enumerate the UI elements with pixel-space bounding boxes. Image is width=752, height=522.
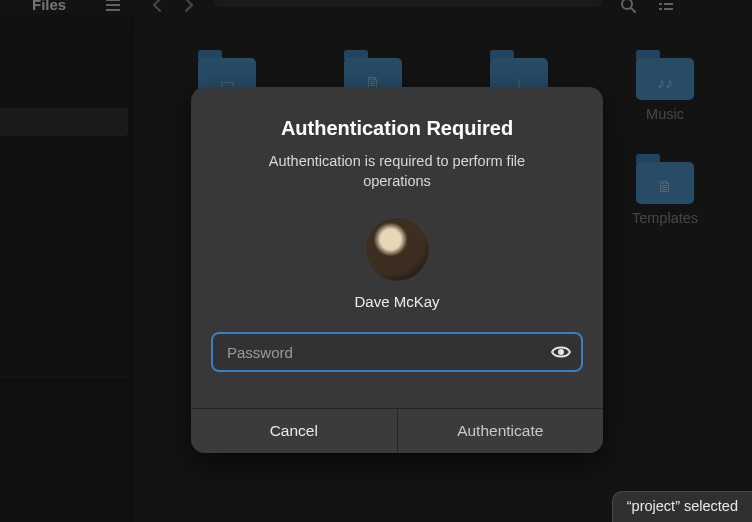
folder-item[interactable]: ♪♪Music — [592, 48, 738, 122]
folder-item[interactable]: 🗎Templates — [592, 152, 738, 226]
auth-dialog: Authentication Required Authentication i… — [191, 87, 603, 453]
sidebar — [0, 14, 132, 522]
dialog-username: Dave McKay — [191, 293, 603, 310]
folder-icon: 🗎 — [636, 152, 694, 200]
sidebar-edge — [132, 14, 133, 522]
reveal-password-icon[interactable] — [549, 340, 573, 364]
dialog-title: Authentication Required — [191, 117, 603, 140]
nav-forward-icon[interactable] — [184, 0, 194, 12]
folder-icon: ♪♪ — [636, 48, 694, 96]
cancel-button[interactable]: Cancel — [191, 409, 398, 453]
selection-status: “project” selected — [612, 491, 752, 522]
sidebar-divider — [0, 376, 128, 377]
sidebar-selected-row[interactable] — [0, 108, 128, 136]
svg-point-8 — [558, 349, 564, 355]
nav-back-icon[interactable] — [152, 0, 162, 12]
svg-line-1 — [631, 8, 635, 12]
authenticate-button[interactable]: Authenticate — [398, 409, 604, 453]
folder-label: Templates — [632, 210, 698, 226]
password-input[interactable] — [211, 332, 583, 372]
user-avatar — [365, 217, 429, 281]
app-title: Files — [32, 0, 66, 13]
view-list-icon[interactable] — [658, 0, 674, 13]
path-label: Home — [252, 0, 296, 3]
folder-label: Music — [646, 106, 684, 122]
path-bar[interactable]: Home — [214, 0, 602, 7]
header-bar: Files Home — [0, 0, 752, 14]
dialog-subtitle: Authentication is required to perform fi… — [191, 152, 603, 191]
hamburger-icon[interactable] — [106, 0, 120, 11]
search-icon[interactable] — [620, 0, 636, 13]
